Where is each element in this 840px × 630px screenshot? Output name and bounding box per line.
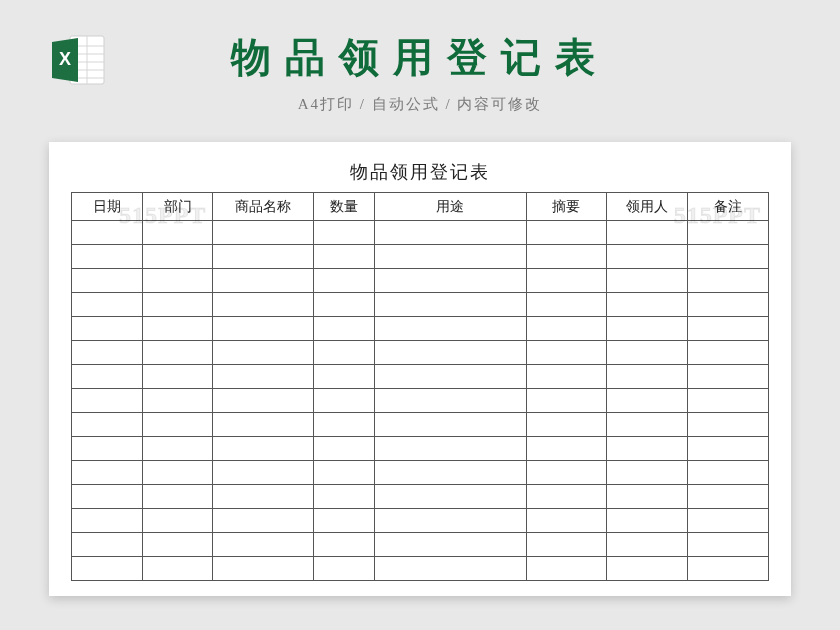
registration-table: 日期部门商品名称数量用途摘要领用人备注 bbox=[71, 192, 769, 581]
table-cell bbox=[72, 437, 143, 461]
table-cell bbox=[213, 413, 314, 437]
column-header: 备注 bbox=[688, 193, 769, 221]
table-cell bbox=[142, 509, 213, 533]
column-header: 摘要 bbox=[526, 193, 607, 221]
table-cell bbox=[607, 293, 688, 317]
table-cell bbox=[142, 461, 213, 485]
table-cell bbox=[72, 341, 143, 365]
table-cell bbox=[72, 557, 143, 581]
table-row bbox=[72, 557, 769, 581]
table-row bbox=[72, 293, 769, 317]
table-cell bbox=[607, 269, 688, 293]
table-cell bbox=[526, 317, 607, 341]
table-cell bbox=[607, 317, 688, 341]
table-row bbox=[72, 221, 769, 245]
table-cell bbox=[142, 293, 213, 317]
table-cell bbox=[213, 269, 314, 293]
table-cell bbox=[375, 461, 527, 485]
table-cell bbox=[526, 533, 607, 557]
table-cell bbox=[607, 485, 688, 509]
table-cell bbox=[688, 485, 769, 509]
table-cell bbox=[314, 269, 375, 293]
table-cell bbox=[314, 365, 375, 389]
table-cell bbox=[688, 293, 769, 317]
table-cell bbox=[213, 221, 314, 245]
table-cell bbox=[526, 341, 607, 365]
table-cell bbox=[72, 293, 143, 317]
table-cell bbox=[607, 437, 688, 461]
table-cell bbox=[375, 437, 527, 461]
table-cell bbox=[72, 221, 143, 245]
table-cell bbox=[526, 557, 607, 581]
table-cell bbox=[213, 533, 314, 557]
column-header: 商品名称 bbox=[213, 193, 314, 221]
table-cell bbox=[314, 317, 375, 341]
table-cell bbox=[688, 437, 769, 461]
table-row bbox=[72, 485, 769, 509]
table-cell bbox=[142, 413, 213, 437]
table-cell bbox=[688, 461, 769, 485]
table-cell bbox=[142, 341, 213, 365]
excel-file-icon: X bbox=[48, 32, 106, 88]
table-cell bbox=[607, 365, 688, 389]
table-cell bbox=[688, 245, 769, 269]
table-cell bbox=[526, 461, 607, 485]
table-header-row: 日期部门商品名称数量用途摘要领用人备注 bbox=[72, 193, 769, 221]
table-cell bbox=[314, 437, 375, 461]
column-header: 日期 bbox=[72, 193, 143, 221]
table-cell bbox=[688, 221, 769, 245]
table-cell bbox=[314, 389, 375, 413]
table-cell bbox=[213, 389, 314, 413]
sheet-container: 515PPT 515PPT 物品领用登记表 日期部门商品名称数量用途摘要领用人备… bbox=[49, 142, 791, 596]
table-row bbox=[72, 437, 769, 461]
table-cell bbox=[526, 365, 607, 389]
table-cell bbox=[375, 365, 527, 389]
table-cell bbox=[526, 245, 607, 269]
table-cell bbox=[375, 221, 527, 245]
header-area: X 物品领用登记表 A4打印 / 自动公式 / 内容可修改 bbox=[0, 0, 840, 114]
table-cell bbox=[314, 221, 375, 245]
table-cell bbox=[72, 485, 143, 509]
table-cell bbox=[142, 317, 213, 341]
table-cell bbox=[142, 533, 213, 557]
table-cell bbox=[375, 533, 527, 557]
table-cell bbox=[213, 317, 314, 341]
table-cell bbox=[213, 293, 314, 317]
table-cell bbox=[375, 509, 527, 533]
table-cell bbox=[526, 293, 607, 317]
column-header: 数量 bbox=[314, 193, 375, 221]
table-cell bbox=[526, 389, 607, 413]
table-cell bbox=[314, 293, 375, 317]
table-row bbox=[72, 413, 769, 437]
table-cell bbox=[526, 437, 607, 461]
table-cell bbox=[72, 461, 143, 485]
table-cell bbox=[375, 269, 527, 293]
table-cell bbox=[688, 533, 769, 557]
table-cell bbox=[142, 245, 213, 269]
table-cell bbox=[72, 365, 143, 389]
table-cell bbox=[688, 317, 769, 341]
svg-text:X: X bbox=[59, 49, 71, 69]
table-cell bbox=[688, 557, 769, 581]
table-cell bbox=[688, 365, 769, 389]
table-cell bbox=[375, 389, 527, 413]
table-cell bbox=[213, 557, 314, 581]
page-title: 物品领用登记表 bbox=[0, 30, 840, 85]
table-row bbox=[72, 365, 769, 389]
table-cell bbox=[375, 413, 527, 437]
table-cell bbox=[607, 509, 688, 533]
table-cell bbox=[607, 389, 688, 413]
table-row bbox=[72, 317, 769, 341]
table-cell bbox=[688, 341, 769, 365]
table-cell bbox=[213, 509, 314, 533]
table-cell bbox=[375, 557, 527, 581]
table-cell bbox=[526, 413, 607, 437]
table-cell bbox=[142, 269, 213, 293]
table-cell bbox=[213, 437, 314, 461]
table-cell bbox=[72, 509, 143, 533]
table-cell bbox=[526, 269, 607, 293]
table-row bbox=[72, 269, 769, 293]
table-row bbox=[72, 533, 769, 557]
table-cell bbox=[688, 389, 769, 413]
table-row bbox=[72, 389, 769, 413]
